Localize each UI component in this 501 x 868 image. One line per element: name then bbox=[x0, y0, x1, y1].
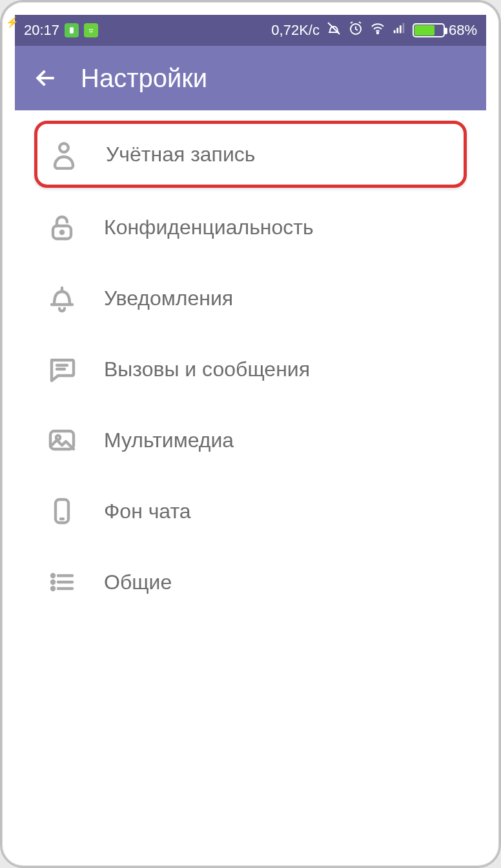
battery-percent: 68% bbox=[449, 22, 477, 39]
battery-saver-icon bbox=[65, 23, 79, 37]
settings-item-account[interactable]: Учётная запись bbox=[34, 121, 467, 188]
signal-icon bbox=[392, 21, 406, 39]
settings-list: Учётная запись Конфиденциальность Уведом… bbox=[15, 110, 486, 853]
settings-item-calls-messages[interactable]: Вызовы и сообщения bbox=[15, 334, 486, 405]
settings-item-label: Мультимедиа bbox=[104, 429, 234, 452]
settings-item-label: Учётная запись bbox=[106, 143, 255, 167]
list-icon bbox=[45, 565, 79, 600]
status-time: 20:17 bbox=[24, 22, 59, 39]
image-icon bbox=[45, 423, 79, 458]
wifi-icon bbox=[370, 21, 385, 40]
settings-item-notifications[interactable]: Уведомления bbox=[15, 263, 486, 334]
battery-indicator: ⚡ 68% bbox=[413, 22, 477, 39]
settings-item-chat-background[interactable]: Фон чата bbox=[15, 476, 486, 547]
dnd-icon bbox=[326, 21, 342, 40]
svg-point-20 bbox=[52, 587, 54, 590]
svg-point-19 bbox=[52, 581, 54, 583]
app-indicator-icon bbox=[84, 23, 98, 37]
alarm-icon bbox=[348, 21, 363, 40]
battery-icon bbox=[413, 23, 445, 37]
svg-point-4 bbox=[377, 32, 378, 34]
svg-rect-6 bbox=[396, 28, 398, 33]
svg-point-2 bbox=[92, 29, 93, 30]
status-bar: 20:17 0,72K/c bbox=[15, 15, 486, 46]
lock-open-icon bbox=[45, 210, 79, 245]
screen: 20:17 0,72K/c bbox=[15, 15, 486, 853]
status-right: 0,72K/c ⚡ 68% bbox=[271, 21, 477, 40]
bell-icon bbox=[45, 281, 79, 316]
person-icon bbox=[46, 137, 81, 172]
settings-item-media[interactable]: Мультимедиа bbox=[15, 405, 486, 476]
svg-rect-7 bbox=[400, 25, 402, 33]
page-title: Настройки bbox=[81, 64, 207, 93]
back-button[interactable] bbox=[33, 65, 59, 91]
settings-item-label: Вызовы и сообщения bbox=[104, 358, 310, 381]
phone-device-icon bbox=[45, 494, 79, 529]
svg-point-9 bbox=[59, 143, 68, 152]
arrow-left-icon bbox=[34, 66, 58, 90]
status-left: 20:17 bbox=[24, 22, 98, 39]
app-header: Настройки bbox=[15, 46, 486, 110]
settings-item-privacy[interactable]: Конфиденциальность bbox=[15, 192, 486, 263]
svg-point-1 bbox=[89, 29, 90, 30]
settings-item-label: Конфиденциальность bbox=[104, 216, 314, 239]
svg-rect-5 bbox=[394, 30, 396, 34]
svg-point-11 bbox=[61, 231, 63, 234]
svg-point-18 bbox=[52, 574, 54, 577]
svg-rect-0 bbox=[70, 27, 74, 33]
settings-item-general[interactable]: Общие bbox=[15, 547, 486, 618]
settings-item-label: Уведомления bbox=[104, 287, 233, 310]
charging-icon: ⚡ bbox=[6, 16, 19, 28]
device-frame: 20:17 0,72K/c bbox=[0, 0, 501, 868]
chat-icon bbox=[45, 352, 79, 387]
network-speed: 0,72K/c bbox=[271, 22, 320, 39]
settings-item-label: Общие bbox=[104, 570, 172, 594]
settings-item-label: Фон чата bbox=[104, 500, 191, 523]
svg-rect-8 bbox=[402, 23, 404, 34]
